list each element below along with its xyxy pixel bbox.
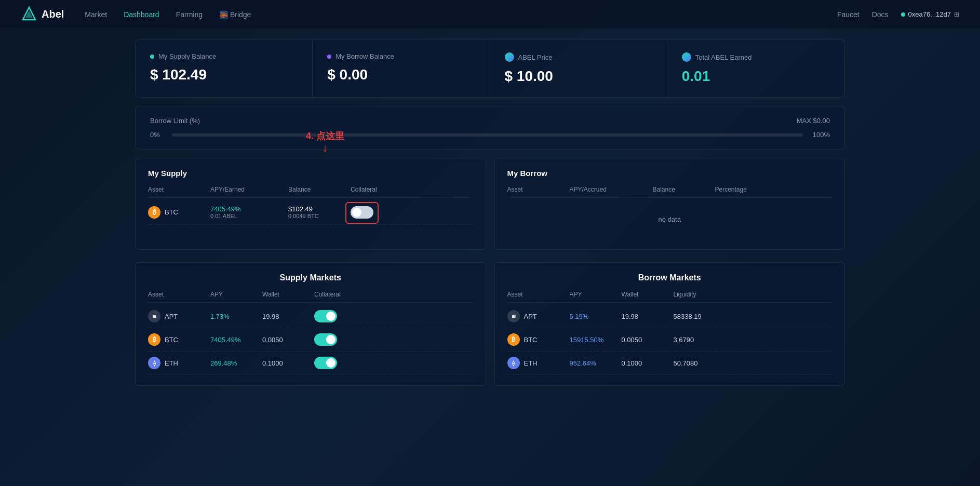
sm-col-asset: Asset <box>148 291 210 298</box>
bm-col-apy: APY <box>570 291 622 298</box>
borrow-no-data: no data <box>507 200 833 239</box>
bm-apt-asset: ≋ APT <box>507 310 570 322</box>
borrow-col-apy: APY/Accrued <box>570 186 653 193</box>
sm-btc-name: BTC <box>165 336 178 344</box>
bm-col-asset: Asset <box>507 291 570 298</box>
my-borrow-header: Asset APY/Accrued Balance Percentage <box>507 186 833 198</box>
btc-icon-bm: ₿ <box>507 333 520 346</box>
markets-row: Supply Markets Asset APY Wallet Collater… <box>135 262 845 386</box>
sm-eth-apy: 269.48% <box>210 359 262 367</box>
sm-btc-toggle[interactable] <box>314 333 337 346</box>
sm-apt-wallet: 19.98 <box>262 313 314 320</box>
wallet-address[interactable]: 0xea76...12d7 ⊞ <box>901 10 959 18</box>
total-abel-value: 0.01 <box>682 68 830 85</box>
btc-icon-sm: ₿ <box>148 333 160 346</box>
eth-icon-bm: ⟠ <box>507 357 520 369</box>
logo[interactable]: Abel <box>21 6 64 23</box>
total-abel-label: Total ABEL Earned <box>682 52 830 62</box>
borrow-markets-card: Borrow Markets Asset APY Wallet Liquidit… <box>494 262 845 386</box>
borrow-limit-max: MAX $0.00 <box>797 117 830 125</box>
nav-faucet[interactable]: Faucet <box>837 10 860 19</box>
collateral-toggle-btc[interactable] <box>351 206 373 219</box>
sm-apt-apy: 1.73% <box>210 313 262 320</box>
sm-col-collateral: Collateral <box>314 291 366 298</box>
sm-apt-toggle[interactable] <box>314 310 337 322</box>
nav-farming[interactable]: Farming <box>176 10 203 19</box>
nav-dashboard[interactable]: Dashboard <box>124 10 159 19</box>
borrow-limit-header: Borrow Limit (%) MAX $0.00 <box>150 117 830 125</box>
sm-eth-toggle[interactable] <box>314 357 337 369</box>
progress-pct-right: 100% <box>809 131 830 139</box>
wallet-address-text: 0xea76...12d7 <box>908 10 951 18</box>
borrow-col-pct: Percentage <box>715 186 767 193</box>
sm-btc-apy: 7405.49% <box>210 336 262 344</box>
sm-col-apy: APY <box>210 291 262 298</box>
borrow-limit-label: Borrow Limit (%) <box>150 117 200 125</box>
sm-btc-toggle-knob <box>326 335 335 344</box>
bm-btc-row[interactable]: ₿ BTC 15915.50% 0.0050 3.6790 <box>507 328 833 352</box>
borrow-col-asset: Asset <box>507 186 570 193</box>
sm-eth-asset: ⟠ ETH <box>148 357 210 369</box>
bm-apt-liquidity: 58338.19 <box>674 313 726 320</box>
sm-btc-row[interactable]: ₿ BTC 7405.49% 0.0050 <box>148 328 473 352</box>
abel-price-card: ABEL Price $ 10.00 <box>490 40 667 97</box>
toggle-knob-btc <box>352 208 361 217</box>
abel-price-label: ABEL Price <box>505 52 652 62</box>
nav-market[interactable]: Market <box>85 10 107 19</box>
supply-balance-label: My Supply Balance <box>150 52 298 60</box>
supply-markets-card: Supply Markets Asset APY Wallet Collater… <box>135 262 486 386</box>
sm-btc-wallet: 0.0050 <box>262 336 314 344</box>
my-tables-row: 4. 点这里 ↓ My Supply Asset APY/Earned Bala… <box>135 158 845 250</box>
borrow-balance-label: My Borrow Balance <box>327 52 475 60</box>
eth-icon-sm: ⟠ <box>148 357 160 369</box>
progress-row: 0% 100% <box>150 131 830 139</box>
bm-col-wallet: Wallet <box>622 291 674 298</box>
supply-balance-sub: 0.0049 BTC <box>288 213 351 219</box>
bm-eth-wallet: 0.1000 <box>622 359 674 367</box>
nav-bridge[interactable]: 🌉 Bridge <box>219 10 251 19</box>
bm-eth-asset: ⟠ ETH <box>507 357 570 369</box>
sm-eth-row[interactable]: ⟠ ETH 269.48% 0.1000 <box>148 352 473 375</box>
supply-markets-title: Supply Markets <box>148 273 473 282</box>
sm-apt-toggle-knob <box>326 312 335 321</box>
supply-apy-cell: 7405.49% 0.01 ABEL <box>210 205 288 219</box>
supply-apy-main: 7405.49% <box>210 205 288 213</box>
bm-btc-wallet: 0.0050 <box>622 336 674 344</box>
supply-apy-sub: 0.01 ABEL <box>210 213 288 219</box>
abel-price-value: $ 10.00 <box>505 68 652 85</box>
logo-text: Abel <box>42 8 64 20</box>
bm-eth-liquidity: 50.7080 <box>674 359 726 367</box>
supply-markets-header: Asset APY Wallet Collateral <box>148 291 473 303</box>
bm-btc-apy: 15915.50% <box>570 336 622 344</box>
collateral-toggle-wrap <box>351 206 402 219</box>
supply-dot <box>150 55 154 59</box>
sm-btc-asset: ₿ BTC <box>148 333 210 346</box>
apt-icon-bm: ≋ <box>507 310 520 322</box>
supply-col-asset: Asset <box>148 186 210 193</box>
sm-eth-wallet: 0.1000 <box>262 359 314 367</box>
progress-bar <box>172 133 803 137</box>
nav-docs[interactable]: Docs <box>872 10 889 19</box>
bm-eth-row[interactable]: ⟠ ETH 952.64% 0.1000 50.7080 <box>507 352 833 375</box>
bm-btc-liquidity: 3.6790 <box>674 336 726 344</box>
bm-btc-name: BTC <box>524 336 538 344</box>
sm-eth-name: ETH <box>165 359 178 367</box>
my-supply-header: Asset APY/Earned Balance Collateral <box>148 186 473 198</box>
my-supply-card: 4. 点这里 ↓ My Supply Asset APY/Earned Bala… <box>135 158 486 250</box>
sm-apt-row[interactable]: ≋ APT 1.73% 19.98 <box>148 305 473 328</box>
nav-links: Market Dashboard Farming 🌉 Bridge <box>85 10 837 19</box>
my-supply-row-btc: ₿ BTC 7405.49% 0.01 ABEL $102.49 0.0049 … <box>148 200 473 225</box>
copy-icon[interactable]: ⊞ <box>954 11 959 18</box>
supply-balance-card: My Supply Balance $ 102.49 <box>136 40 313 97</box>
my-supply-title: My Supply <box>148 169 473 178</box>
borrow-markets-title: Borrow Markets <box>507 273 833 282</box>
supply-balance-value: $ 102.49 <box>150 66 298 83</box>
bm-btc-asset: ₿ BTC <box>507 333 570 346</box>
btc-icon: ₿ <box>148 206 160 219</box>
supply-col-apy: APY/Earned <box>210 186 288 193</box>
wallet-dot <box>901 12 905 17</box>
bm-apt-name: APT <box>524 313 537 320</box>
bm-apt-wallet: 19.98 <box>622 313 674 320</box>
nav-right: Faucet Docs 0xea76...12d7 ⊞ <box>837 10 959 19</box>
bm-apt-row[interactable]: ≋ APT 5.19% 19.98 58338.19 <box>507 305 833 328</box>
